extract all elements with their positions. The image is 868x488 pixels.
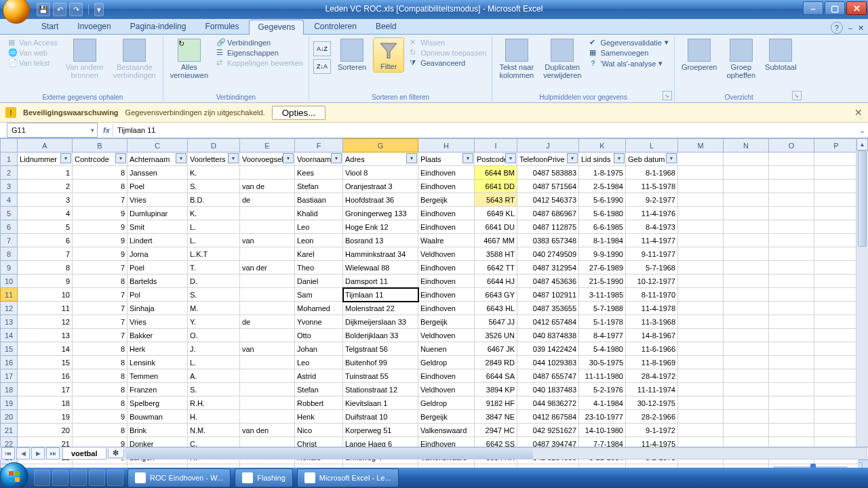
cell[interactable]: Eindhoven — [418, 274, 475, 288]
cell[interactable] — [240, 274, 295, 288]
cell[interactable]: Karel — [295, 247, 343, 261]
cell[interactable]: Telgstraat 56 — [343, 342, 418, 356]
close-button[interactable]: ✕ — [846, 1, 867, 15]
cell[interactable]: Leo — [295, 220, 343, 234]
cell[interactable]: 23-10-1977 — [579, 410, 626, 424]
cell[interactable] — [678, 410, 724, 424]
cell[interactable]: Eindhoven — [418, 288, 475, 302]
clear-filter-button[interactable]: ✕Wissen — [408, 37, 488, 47]
advanced-filter-button[interactable]: ⧩Geavanceerd — [408, 58, 488, 68]
cell[interactable]: Jorna — [127, 247, 188, 261]
cell[interactable]: 0487 686967 — [517, 207, 579, 220]
cell[interactable]: 8 — [73, 424, 127, 437]
cell[interactable]: Stationstraat 12 — [343, 383, 418, 396]
column-header[interactable]: L — [626, 139, 678, 152]
cell[interactable]: 2-5-1984 — [579, 180, 626, 193]
cell[interactable]: 040 1837483 — [517, 383, 579, 396]
cell[interactable]: Theo — [295, 261, 343, 274]
cell[interactable]: 16 — [18, 369, 73, 383]
filter-dropdown-icon[interactable]: ▾ — [115, 153, 126, 163]
cell[interactable]: 9 — [73, 410, 127, 424]
cell[interactable] — [240, 166, 295, 180]
cell[interactable] — [769, 315, 814, 329]
row-header[interactable]: 10 — [1, 274, 18, 288]
column-header[interactable]: J — [517, 139, 579, 152]
cell[interactable] — [769, 342, 814, 356]
taskbar-button[interactable]: Flashing — [235, 468, 293, 487]
cell[interactable]: 9-2-1977 — [626, 193, 678, 207]
cell[interactable] — [724, 342, 769, 356]
cell[interactable] — [678, 193, 724, 207]
cell[interactable]: 8-1-1968 — [626, 166, 678, 180]
cell[interactable]: 6641 DU — [475, 220, 517, 234]
column-header[interactable]: E — [240, 139, 295, 152]
cell[interactable] — [814, 383, 859, 396]
cell[interactable] — [724, 193, 769, 207]
cell[interactable]: 1-8-1975 — [579, 166, 626, 180]
cell[interactable]: 0487 571564 — [517, 180, 579, 193]
cell[interactable]: de — [240, 315, 295, 329]
cell[interactable]: 9-1-1972 — [626, 424, 678, 437]
tab-gegevens[interactable]: Gegevens — [249, 20, 304, 35]
cell[interactable]: Bouwman — [127, 410, 188, 424]
cell[interactable]: Pol — [127, 288, 188, 302]
cell[interactable]: 20 — [18, 424, 73, 437]
row-header[interactable]: 15 — [1, 342, 18, 356]
cell[interactable] — [769, 274, 814, 288]
filter-dropdown-icon[interactable]: ▾ — [176, 153, 186, 163]
cell[interactable] — [724, 274, 769, 288]
cell[interactable] — [678, 396, 724, 410]
cell[interactable]: Nico — [295, 424, 343, 437]
start-button[interactable] — [0, 462, 28, 489]
cell[interactable]: 5-6-1980 — [579, 207, 626, 220]
insert-sheet-icon[interactable]: ✼ — [108, 449, 124, 458]
cell[interactable]: Hamminkstraat 34 — [343, 247, 418, 261]
from-text-button[interactable]: 📄Van tekst — [7, 58, 59, 68]
cell[interactable]: 11-4-1977 — [626, 234, 678, 247]
cell[interactable]: de — [240, 193, 295, 207]
cell[interactable]: 6649 KL — [475, 207, 517, 220]
cell[interactable] — [678, 166, 724, 180]
cell[interactable]: Daniel — [295, 274, 343, 288]
cell[interactable]: T. — [188, 261, 240, 274]
cell[interactable]: 3847 NE — [475, 410, 517, 424]
filter-dropdown-icon[interactable]: ▾ — [60, 153, 71, 163]
formula-expand-icon[interactable]: ⌄ — [856, 126, 868, 135]
cell[interactable]: Vries — [127, 193, 188, 207]
cell[interactable]: 13 — [18, 329, 73, 342]
cell[interactable]: Poel — [127, 261, 188, 274]
header-cell[interactable]: Voorvoegsel▾ — [240, 152, 295, 166]
cell[interactable]: 8 — [73, 342, 127, 356]
cell[interactable]: O. — [188, 329, 240, 342]
column-header[interactable]: A — [18, 139, 73, 152]
cell[interactable]: 039 1422424 — [517, 342, 579, 356]
filter-dropdown-icon[interactable]: ▾ — [614, 153, 625, 163]
help-icon[interactable]: ? — [831, 22, 843, 34]
cell[interactable]: Y. — [188, 315, 240, 329]
cell[interactable] — [814, 180, 859, 193]
cell[interactable]: Damsport 11 — [343, 274, 418, 288]
tab-formules[interactable]: Formules — [196, 19, 248, 34]
cell[interactable]: Astrid — [295, 369, 343, 383]
worksheet-grid[interactable]: ABCDEFGHIJKLMNOP1Lidnummer▾Contrcode▾Ach… — [0, 138, 868, 460]
filter-dropdown-icon[interactable]: ▾ — [228, 153, 239, 163]
undo-icon[interactable]: ↶ — [53, 3, 66, 16]
cell[interactable]: 0487 112875 — [517, 220, 579, 234]
sheet-nav-last-icon[interactable]: ⏭ — [46, 447, 60, 460]
tab-beeld[interactable]: Beeld — [367, 19, 406, 34]
cell[interactable]: B.D. — [188, 193, 240, 207]
cell[interactable] — [769, 329, 814, 342]
cell[interactable]: L.K.T — [188, 247, 240, 261]
header-cell[interactable]: Adres▾ — [343, 152, 418, 166]
scroll-thumb[interactable] — [858, 150, 867, 247]
cell[interactable] — [678, 207, 724, 220]
cell[interactable] — [724, 234, 769, 247]
cell[interactable]: Henk — [295, 410, 343, 424]
cell[interactable]: 1 — [18, 166, 73, 180]
cell[interactable] — [724, 356, 769, 369]
cell[interactable] — [769, 180, 814, 193]
cell[interactable]: 044 9836272 — [517, 396, 579, 410]
cell[interactable] — [724, 383, 769, 396]
header-cell[interactable]: Lid sinds▾ — [579, 152, 626, 166]
cell[interactable]: 9182 HF — [475, 396, 517, 410]
